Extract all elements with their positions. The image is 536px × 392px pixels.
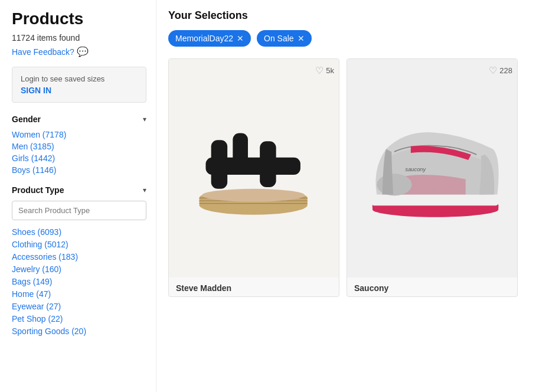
product-image-sneaker: ♡ 228	[347, 59, 518, 277]
gender-label: Gender	[12, 115, 41, 124]
svg-point-5	[202, 189, 305, 202]
list-item: Jewelry (160)	[12, 264, 146, 274]
gender-list: Women (7178) Men (3185) Girls (1442) Boy…	[12, 130, 146, 175]
list-item: Bags (149)	[12, 277, 146, 286]
product-type-jewelry[interactable]: Jewelry (160)	[12, 264, 61, 274]
chip-close-icon[interactable]: ✕	[298, 34, 305, 43]
svg-text:saucony: saucony	[406, 166, 427, 172]
gender-women[interactable]: Women (7178)	[12, 130, 66, 139]
product-type-sporting-goods[interactable]: Sporting Goods (20)	[12, 326, 86, 336]
feedback-icon: 💬	[77, 46, 89, 57]
chip-label: MemorialDay22	[175, 34, 233, 43]
sign-in-link[interactable]: SIGN IN	[21, 86, 51, 95]
product-type-clothing[interactable]: Clothing (5012)	[12, 240, 68, 249]
items-found: 11724 items found	[12, 33, 146, 43]
product-image-sandal: ♡ 5k	[169, 59, 339, 277]
login-text: Login to see saved sizes	[21, 74, 138, 83]
gender-chevron-icon: ▾	[143, 115, 146, 123]
product-type-pet-shop[interactable]: Pet Shop (22)	[12, 314, 63, 324]
sidebar: Products 11724 items found Have Feedback…	[0, 0, 156, 392]
product-type-label: Product Type	[12, 185, 64, 195]
chip-memorialday22[interactable]: MemorialDay22 ✕	[168, 30, 251, 47]
product-type-search-input[interactable]	[12, 201, 146, 220]
list-item: Pet Shop (22)	[12, 314, 146, 324]
feedback-link[interactable]: Have Feedback? 💬	[12, 46, 146, 57]
gender-boys[interactable]: Boys (1146)	[12, 165, 56, 175]
heart-icon: ♡	[489, 65, 497, 76]
login-box: Login to see saved sizes SIGN IN	[12, 67, 146, 103]
product-brand: Saucony	[347, 277, 517, 296]
list-item: Boys (1146)	[12, 165, 146, 175]
product-card: ♡ 5k	[168, 58, 339, 297]
page-title: Products	[12, 9, 146, 28]
list-item: Shoes (6093)	[12, 227, 146, 237]
heart-icon: ♡	[315, 65, 323, 76]
sneaker-svg: saucony	[356, 109, 509, 227]
selections-chips: MemorialDay22 ✕ On Sale ✕	[168, 30, 524, 47]
list-item: Women (7178)	[12, 130, 146, 139]
products-grid: ♡ 5k	[168, 58, 524, 297]
like-area-sneaker[interactable]: ♡ 228	[489, 65, 512, 76]
list-item: Eyewear (27)	[12, 302, 146, 311]
like-count: 5k	[326, 66, 334, 75]
product-type-scroll-wrapper: Shoes (6093) Clothing (5012) Accessories…	[12, 227, 146, 339]
list-item: Men (3185)	[12, 142, 146, 151]
product-card: ♡ 228	[347, 58, 518, 297]
like-area-sandal[interactable]: ♡ 5k	[315, 65, 334, 76]
product-type-filter-header[interactable]: Product Type ▾	[12, 185, 146, 195]
product-type-home[interactable]: Home (47)	[12, 289, 51, 299]
product-type-chevron-icon: ▾	[143, 186, 146, 194]
product-type-eyewear[interactable]: Eyewear (27)	[12, 302, 61, 311]
gender-filter-header[interactable]: Gender ▾	[12, 115, 146, 124]
svg-rect-7	[211, 140, 228, 188]
svg-point-14	[377, 174, 411, 195]
list-item: Accessories (183)	[12, 252, 146, 262]
product-type-shoes[interactable]: Shoes (6093)	[12, 227, 61, 237]
gender-filter: Gender ▾ Women (7178) Men (3185) Girls (…	[12, 115, 146, 175]
chip-label: On Sale	[264, 34, 294, 43]
gender-men[interactable]: Men (3185)	[12, 142, 54, 151]
list-item: Girls (1442)	[12, 153, 146, 163]
like-count: 228	[499, 66, 512, 75]
list-item: Sporting Goods (20)	[12, 326, 146, 336]
list-item: Clothing (5012)	[12, 240, 146, 249]
product-type-list: Shoes (6093) Clothing (5012) Accessories…	[12, 227, 146, 339]
svg-rect-12	[371, 195, 498, 206]
svg-rect-8	[260, 141, 276, 187]
gender-girls[interactable]: Girls (1442)	[12, 153, 55, 163]
sandal-svg	[189, 109, 319, 227]
chip-close-icon[interactable]: ✕	[237, 34, 244, 43]
feedback-label: Have Feedback?	[12, 47, 74, 57]
list-item: Home (47)	[12, 289, 146, 299]
main-content: Your Selections MemorialDay22 ✕ On Sale …	[156, 0, 536, 392]
selections-title: Your Selections	[168, 9, 524, 22]
svg-rect-9	[233, 133, 248, 174]
product-type-filter: Product Type ▾ Shoes (6093) Clothing (50…	[12, 185, 146, 339]
chip-on-sale[interactable]: On Sale ✕	[257, 30, 312, 47]
product-type-bags[interactable]: Bags (149)	[12, 277, 52, 286]
product-brand: Steve Madden	[169, 277, 339, 296]
product-type-accessories[interactable]: Accessories (183)	[12, 252, 78, 262]
